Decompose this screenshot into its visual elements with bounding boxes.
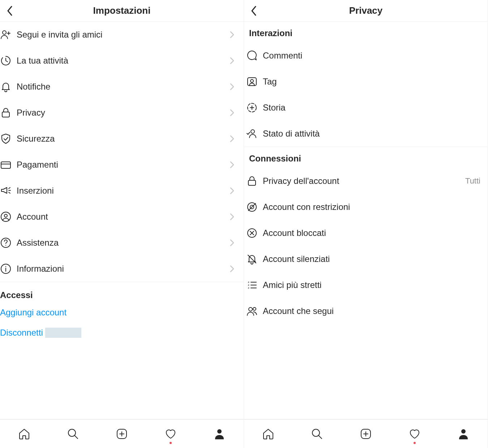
tab-search[interactable] <box>309 426 325 442</box>
row-privacy[interactable]: Privacy <box>0 100 244 126</box>
logout-link[interactable]: Disconnetti <box>0 323 244 343</box>
row-label: Pagamenti <box>17 160 228 170</box>
row-meta: Tutti <box>465 176 480 186</box>
tab-create[interactable] <box>358 426 374 442</box>
logout-label: Disconnetti <box>0 328 43 338</box>
chevron-right-icon <box>228 83 236 90</box>
tab-bar <box>0 419 244 448</box>
row-label: Amici più stretti <box>263 280 480 290</box>
svg-point-42 <box>249 307 252 311</box>
back-button[interactable] <box>4 4 17 17</box>
tab-create[interactable] <box>114 426 130 442</box>
heart-icon <box>408 428 421 440</box>
comment-icon <box>244 50 260 61</box>
tab-profile[interactable] <box>211 426 227 442</box>
chevron-right-icon <box>228 239 236 246</box>
row-about[interactable]: Informazioni <box>0 256 244 282</box>
svg-line-6 <box>9 188 10 189</box>
user-circle-icon <box>0 211 14 223</box>
row-comments[interactable]: Commenti <box>244 43 488 69</box>
tab-profile[interactable] <box>455 426 471 442</box>
home-icon <box>18 428 30 440</box>
back-button[interactable] <box>248 4 261 17</box>
row-label: Privacy <box>17 108 228 118</box>
svg-rect-4 <box>1 162 10 168</box>
shield-check-icon <box>0 133 14 145</box>
row-restricted[interactable]: Account con restrizioni <box>244 194 488 220</box>
svg-line-45 <box>319 436 322 439</box>
chevron-right-icon <box>228 213 236 220</box>
row-muted[interactable]: Account silenziati <box>244 246 488 272</box>
row-follow-invite[interactable]: Segui e invita gli amici <box>0 22 244 48</box>
chevron-left-icon <box>251 5 258 16</box>
chevron-right-icon <box>228 135 236 142</box>
home-icon <box>262 428 274 440</box>
settings-list: Segui e invita gli amici La tua attività… <box>0 22 244 419</box>
svg-point-44 <box>312 429 320 436</box>
svg-marker-38 <box>248 287 249 289</box>
row-activity-status[interactable]: Stato di attività <box>244 121 488 147</box>
chevron-right-icon <box>228 265 236 272</box>
svg-point-27 <box>251 130 254 133</box>
row-label: Inserzioni <box>17 186 228 196</box>
row-notifications[interactable]: Notifiche <box>0 74 244 100</box>
logins-header: Accessi <box>0 282 244 302</box>
svg-rect-22 <box>248 78 256 86</box>
settings-title: Impostazioni <box>93 5 151 16</box>
row-account[interactable]: Account <box>0 204 244 230</box>
row-payments[interactable]: Pagamenti <box>0 152 244 178</box>
row-label: Notifiche <box>17 82 228 92</box>
row-label: Tag <box>263 77 480 87</box>
tab-activity[interactable] <box>407 426 423 442</box>
row-activity[interactable]: La tua attività <box>0 48 244 74</box>
row-account-privacy[interactable]: Privacy dell'account Tutti <box>244 168 488 194</box>
tab-home[interactable] <box>16 426 32 442</box>
person-add-icon <box>0 29 14 40</box>
svg-point-23 <box>251 79 253 82</box>
row-close-friends[interactable]: Amici più stretti <box>244 272 488 298</box>
row-help[interactable]: Assistenza <box>0 230 244 256</box>
svg-marker-37 <box>248 284 249 286</box>
settings-screen: Impostazioni Segui e invita gli amici La… <box>0 0 244 448</box>
settings-header: Impostazioni <box>0 0 244 22</box>
people-icon <box>244 305 260 317</box>
privacy-header: Privacy <box>244 0 488 22</box>
connections-header: Connessioni <box>244 147 488 168</box>
interactions-header: Interazioni <box>244 22 488 43</box>
tab-home[interactable] <box>260 426 276 442</box>
activity-status-icon <box>244 128 260 139</box>
profile-icon <box>213 428 226 440</box>
search-icon <box>311 428 323 440</box>
row-label: Commenti <box>263 51 480 61</box>
row-label: Account bloccati <box>263 228 480 238</box>
svg-rect-28 <box>248 180 256 185</box>
bell-off-icon <box>244 253 260 265</box>
row-tags[interactable]: Tag <box>244 69 488 95</box>
row-label: Account che segui <box>263 306 480 316</box>
row-security[interactable]: Sicurezza <box>0 126 244 152</box>
row-blocked[interactable]: Account bloccati <box>244 220 488 246</box>
privacy-list: Interazioni Commenti Tag Storia Stato di… <box>244 22 488 419</box>
row-ads[interactable]: Inserzioni <box>0 178 244 204</box>
row-story[interactable]: Storia <box>244 95 488 121</box>
row-label: Privacy dell'account <box>263 176 462 186</box>
add-account-link[interactable]: Aggiungi account <box>0 302 244 323</box>
privacy-screen: Privacy Interazioni Commenti Tag Storia <box>244 0 488 448</box>
tab-activity[interactable] <box>163 426 179 442</box>
row-following[interactable]: Account che segui <box>244 298 488 324</box>
row-label: Storia <box>263 103 480 113</box>
svg-point-12 <box>5 245 6 246</box>
row-label: Account silenziati <box>263 254 480 264</box>
svg-point-10 <box>4 214 7 217</box>
row-label: Stato di attività <box>263 129 480 139</box>
svg-line-8 <box>9 192 10 193</box>
lock-icon <box>0 107 14 119</box>
activity-dot <box>170 442 172 444</box>
tab-search[interactable] <box>65 426 81 442</box>
lock-icon <box>244 175 260 187</box>
chevron-right-icon <box>228 57 236 64</box>
row-label: Informazioni <box>17 264 228 274</box>
svg-rect-3 <box>2 112 9 117</box>
activity-dot <box>414 442 416 444</box>
help-circle-icon <box>0 237 14 249</box>
